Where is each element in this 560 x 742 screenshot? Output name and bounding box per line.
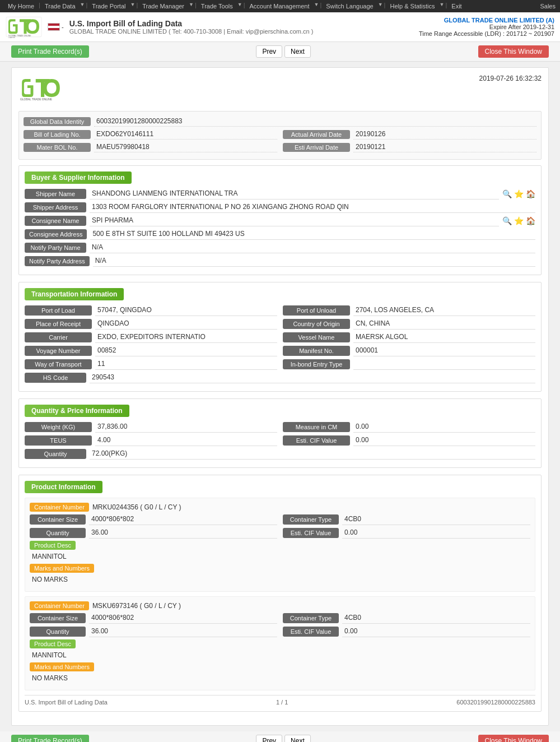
product-desc-badge-1: Product Desc	[30, 541, 76, 550]
shipper-search-icon[interactable]: 🔍	[502, 189, 512, 198]
nav-switch-language[interactable]: Switch Language	[323, 2, 376, 11]
shipper-star-icon[interactable]: ⭐	[514, 189, 524, 198]
container-1-qty-cif-row: Quantity 36.00 Esti. CIF Value 0.00	[30, 527, 530, 539]
nav-help-statistics[interactable]: Help & Statistics	[386, 2, 438, 11]
nav-trade-manager[interactable]: Trade Manager	[139, 2, 188, 11]
country-of-origin-value: CN, CHINA	[353, 318, 535, 330]
master-bol-label: Mater BOL No.	[24, 143, 91, 152]
consignee-star-icon[interactable]: ⭐	[514, 216, 524, 225]
close-button-top[interactable]: Close This Window	[478, 45, 549, 58]
container-2-qty-value: 36.00	[89, 626, 277, 637]
print-button-top[interactable]: Print Trade Record(s)	[11, 45, 89, 58]
container-2-product-desc-row: Product Desc MANNITOL	[30, 639, 530, 660]
container-1-qty-label: Quantity	[30, 528, 86, 538]
shipper-icons: 🔍 ⭐ 🏠	[502, 189, 535, 198]
nav-exit[interactable]: Exit	[448, 2, 465, 11]
notify-party-name-value: N/A	[90, 242, 535, 253]
record-footer-right: 60032019901280000225883	[456, 699, 535, 706]
consignee-name-label: Consignee Name	[25, 216, 86, 226]
container-2-type-value: 4CB0	[342, 613, 530, 624]
esti-arrival-label: Esti Arrival Date	[283, 143, 350, 152]
voyage-number-value: 00852	[95, 345, 277, 356]
container-1-number-row: Container Number MRKU0244356 ( G0 / L / …	[30, 503, 530, 512]
container-1-size-type-row: Container Size 4000*806*802 Container Ty…	[30, 514, 530, 525]
container-2-cif-value: 0.00	[342, 626, 530, 637]
quantity-price-section: Quantity & Price Information Weight (KG)…	[18, 398, 542, 468]
weight-kg-label: Weight (KG)	[25, 422, 92, 432]
notify-party-name-row: Notify Party Name N/A	[25, 242, 535, 253]
nav-sales: Sales	[540, 3, 556, 10]
hs-code-label: HS Code	[25, 373, 86, 383]
shipper-name-value: SHANDONG LIANMENG INTERNATIONAL TRA	[90, 188, 499, 200]
container-1-type-label: Container Type	[283, 514, 339, 525]
weight-measure-row: Weight (KG) 37,836.00 Measure in CM 0.00	[25, 421, 535, 433]
voyage-number-label: Voyage Number	[25, 346, 92, 356]
print-button-bottom[interactable]: Print Trade Record(s)	[11, 735, 89, 742]
container-1-product-desc-value: MANNITOL	[30, 551, 530, 562]
consignee-search-icon[interactable]: 🔍	[502, 216, 512, 225]
expire-info: Expire After 2019-12-31	[419, 24, 554, 30]
master-bol-value: MAEU579980418	[94, 142, 277, 152]
container-2-type-label: Container Type	[283, 613, 339, 623]
identity-section: Global Data Identity 6003201990128000022…	[18, 111, 542, 160]
way-of-transport-value: 11	[95, 359, 277, 370]
product-info-header: Product Information	[25, 481, 102, 493]
prev-button-bottom[interactable]: Prev	[256, 735, 282, 742]
action-bar-bottom: Print Trade Record(s) Prev Next Close Th…	[0, 731, 560, 742]
buyer-supplier-section: Buyer & Supplier Information Shipper Nam…	[18, 165, 542, 275]
container-1-product-desc-row: Product Desc MANNITOL	[30, 541, 530, 562]
close-button-bottom[interactable]: Close This Window	[478, 735, 549, 742]
page-header: GLOBAL TRADE ONLINE LIMITED - U.S. Impor…	[0, 12, 560, 42]
page-title-area: U.S. Import Bill of Lading Data GLOBAL T…	[69, 19, 314, 35]
next-button-top[interactable]: Next	[284, 45, 311, 58]
actual-arrival-field: Actual Arrival Date 20190126	[283, 129, 536, 140]
container-1-marks-row: Marks and Numbers NO MARKS	[30, 564, 530, 585]
actual-arrival-value: 20190126	[353, 129, 536, 140]
page-title: U.S. Import Bill of Lading Data	[69, 19, 314, 28]
flag-area: -	[48, 23, 64, 31]
teus-value: 4.00	[95, 435, 277, 446]
measure-in-cm-label: Measure in CM	[283, 422, 350, 432]
time-range-info: Time Range Accessible (LDR) : 201712 ~ 2…	[419, 30, 554, 37]
quantity-row: Quantity 72.00(PKG)	[25, 448, 535, 460]
nav-trade-data[interactable]: Trade Data	[41, 2, 79, 11]
vessel-name-label: Vessel Name	[283, 332, 350, 342]
container-1-number-value: MRKU0244356 ( G0 / L / CY )	[92, 503, 181, 511]
card-header: GLOBAL TRADE ONLINE 2019-07-26 16:32:32	[18, 75, 542, 104]
manifest-no-value: 000001	[353, 345, 535, 356]
nav-account-management[interactable]: Account Management	[246, 2, 312, 11]
vessel-name-value: MAERSK ALGOL	[353, 332, 535, 343]
carrier-label: Carrier	[25, 332, 92, 342]
nav-trade-tools[interactable]: Trade Tools	[198, 2, 236, 11]
consignee-home-icon[interactable]: 🏠	[526, 216, 535, 225]
next-button-bottom[interactable]: Next	[284, 735, 311, 742]
main-content: GLOBAL TRADE ONLINE 2019-07-26 16:32:32 …	[0, 62, 560, 731]
action-bar-top: Print Trade Record(s) Prev Next Close Th…	[0, 42, 560, 62]
product-info-section: Product Information Container Number MRK…	[18, 475, 542, 712]
notify-party-address-label: Notify Party Address	[25, 256, 90, 266]
inbond-entry-type-value	[353, 359, 535, 370]
transport-inbond-row: Way of Transport 11 In-bond Entry Type	[25, 359, 535, 370]
prev-button-top[interactable]: Prev	[256, 45, 282, 58]
page-subtitle: GLOBAL TRADE ONLINE LIMITED ( Tel: 400-7…	[69, 28, 314, 35]
hs-code-row: HS Code 290543	[25, 372, 535, 383]
shipper-home-icon[interactable]: 🏠	[526, 189, 535, 198]
shipper-name-row: Shipper Name SHANDONG LIANMENG INTERNATI…	[25, 188, 535, 200]
consignee-address-value: 500 E 8TH ST SUITE 100 HOLLAND MI 49423 …	[90, 229, 535, 240]
measure-in-cm-value: 0.00	[353, 421, 535, 433]
teus-label: TEUS	[25, 435, 92, 446]
shipper-address-row: Shipper Address 1303 ROOM FARGLORY INTER…	[25, 202, 535, 213]
nav-my-home[interactable]: My Home	[4, 2, 38, 11]
container-1-size-label: Container Size	[30, 514, 86, 525]
container-2-size-type-row: Container Size 4000*806*802 Container Ty…	[30, 613, 530, 624]
shipper-address-label: Shipper Address	[25, 202, 86, 212]
container-1-type-value: 4CB0	[342, 514, 530, 525]
record-footer-left: U.S. Import Bill of Lading Data	[25, 699, 108, 706]
global-data-identity-value: 60032019901280000225883	[94, 116, 536, 127]
record-timestamp: 2019-07-26 16:32:32	[479, 75, 542, 82]
port-of-load-value: 57047, QINGDAO	[95, 305, 277, 316]
product-desc-badge-2: Product Desc	[30, 639, 76, 648]
nav-trade-portal[interactable]: Trade Portal	[88, 2, 129, 11]
container-1-cif-value: 0.00	[342, 527, 530, 539]
place-of-receipt-value: QINGDAO	[95, 318, 277, 330]
